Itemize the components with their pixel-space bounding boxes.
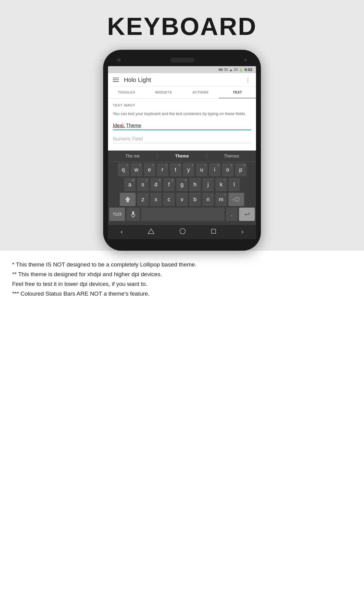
phone-area: ⌨ 3G ▲ 2G 🔋 9:02 Holo Light ⋮ [0, 41, 364, 251]
return-key[interactable] [239, 208, 255, 221]
page-header: KEYBOARD [0, 0, 364, 41]
home-triangle-icon [148, 228, 154, 235]
hamburger-line-3 [113, 81, 119, 82]
key-row-4: ?123 . [109, 208, 255, 221]
phone-bottom-bar [108, 239, 256, 245]
svg-rect-5 [132, 211, 134, 215]
battery-icon: 🔋 [239, 68, 243, 72]
key-g[interactable]: &g [176, 178, 188, 191]
svg-marker-0 [125, 197, 130, 202]
key-n[interactable]: /n [202, 193, 214, 206]
key-s[interactable]: #s [137, 178, 149, 191]
shift-key[interactable] [120, 193, 136, 206]
content-area: TEXT INPUT You can test your keyboard an… [108, 99, 256, 151]
key-row-2: @a #s $d %f &g 'h j +k -l [109, 178, 255, 191]
key-c[interactable]: c [163, 193, 175, 206]
key-row-3: !z x c v b /n ?m [109, 193, 255, 206]
key-q[interactable]: 1q [118, 163, 129, 176]
key-i[interactable]: 8i [209, 163, 221, 176]
more-options-icon[interactable]: ⋮ [245, 76, 251, 83]
footer-line-3: *** Coloured Status Bars ARE NOT a theme… [12, 289, 352, 299]
status-icons: ⌨ 3G ▲ 2G 🔋 9:02 [218, 67, 252, 72]
key-d[interactable]: $d [150, 178, 162, 191]
key-o[interactable]: 9o [222, 163, 234, 176]
signal-strength: 3G [224, 68, 228, 71]
status-time: 9:02 [244, 67, 252, 72]
key-b[interactable]: b [189, 193, 201, 206]
svg-marker-9 [148, 229, 154, 234]
footer-line-1: ** This theme is designed for xhdpi and … [12, 270, 352, 279]
data-indicator: 2G [234, 68, 238, 71]
key-y[interactable]: 6y [183, 163, 194, 176]
key-w[interactable]: 2w [131, 163, 142, 176]
svg-point-10 [180, 229, 185, 234]
backspace-key[interactable] [228, 193, 244, 206]
key-a[interactable]: @a [124, 178, 136, 191]
hamburger-line-1 [113, 78, 119, 78]
period-key[interactable]: . [226, 208, 238, 221]
section-label: TEXT INPUT [113, 103, 251, 107]
footer-line-2: Feel free to test it in lower dpi device… [12, 279, 352, 289]
ideal-text-theme: Theme [126, 123, 141, 128]
num-key[interactable]: ?123 [109, 208, 125, 221]
key-z[interactable]: !z [137, 193, 149, 206]
key-f[interactable]: %f [163, 178, 175, 191]
phone-device: ⌨ 3G ▲ 2G 🔋 9:02 Holo Light ⋮ [103, 50, 261, 251]
nav-recent-icon[interactable] [179, 228, 186, 236]
tab-text[interactable]: TEXT [219, 87, 256, 98]
app-bar: Holo Light ⋮ [108, 73, 256, 87]
key-x[interactable]: x [150, 193, 162, 206]
tab-actions[interactable]: ACTIONS [182, 87, 219, 98]
text-input-value[interactable]: IdeaL Theme [113, 122, 251, 130]
page-title: KEYBOARD [107, 12, 257, 41]
key-rows: 1q 2w 3e 4r 5t 6y 7u 8i 9o 0p @a # [108, 162, 256, 225]
footer-line-0: * This theme IS NOT designed to be a com… [12, 260, 352, 270]
hamburger-menu-icon[interactable] [113, 78, 119, 82]
key-t[interactable]: 5t [170, 163, 181, 176]
key-j[interactable]: j [202, 178, 214, 191]
mic-icon [131, 211, 136, 218]
phone-top-bar [108, 55, 256, 66]
tab-bar: TOGGLES WIDGETS ACTIONS TEXT [108, 87, 256, 99]
key-k[interactable]: +k [215, 178, 227, 191]
backspace-icon [233, 197, 240, 202]
key-u[interactable]: 7u [196, 163, 207, 176]
key-e[interactable]: 3e [144, 163, 155, 176]
status-bar: ⌨ 3G ▲ 2G 🔋 9:02 [108, 66, 256, 73]
footer-area: * This theme IS NOT designed to be a com… [0, 251, 364, 308]
app-bar-title: Holo Light [124, 76, 240, 83]
key-h[interactable]: 'h [189, 178, 201, 191]
phone-speaker [170, 58, 194, 63]
nav-bar: ‹ [108, 225, 256, 239]
ideal-text-idea: Idea [113, 123, 122, 128]
keyboard: The me Theme ··· Themes 1q 2w 3e 4r 5 [108, 151, 256, 239]
svg-marker-8 [245, 213, 246, 216]
signal-bar: ▲ [229, 68, 233, 72]
suggestion-2[interactable]: Themes [207, 154, 256, 158]
key-r[interactable]: 4r [157, 163, 168, 176]
tab-toggles[interactable]: TOGGLES [108, 87, 145, 98]
recent-circle-icon [179, 228, 186, 235]
key-l[interactable]: -l [228, 178, 240, 191]
nav-home-icon[interactable] [148, 228, 154, 236]
tab-widgets[interactable]: WIDGETS [145, 87, 182, 98]
hamburger-line-2 [113, 80, 119, 80]
nav-back-icon[interactable]: ‹ [120, 228, 123, 236]
svg-rect-11 [211, 229, 216, 233]
phone-sensor [244, 59, 247, 62]
key-row-1: 1q 2w 3e 4r 5t 6y 7u 8i 9o 0p [109, 163, 255, 176]
phone-camera [117, 58, 121, 62]
square-icon [211, 229, 216, 234]
mic-key[interactable] [126, 208, 140, 221]
space-key[interactable] [141, 208, 224, 221]
key-p[interactable]: 0p [235, 163, 247, 176]
nav-square-icon[interactable] [211, 229, 216, 236]
svg-marker-2 [233, 198, 234, 201]
nav-forward-icon[interactable]: › [241, 228, 244, 236]
keyboard-suggestions: The me Theme ··· Themes [108, 151, 256, 162]
key-v[interactable]: v [176, 193, 188, 206]
numeric-field[interactable]: Numeric Field [113, 135, 251, 143]
network-indicator: ⌨ [218, 68, 223, 71]
key-m[interactable]: ?m [215, 193, 227, 206]
suggestion-0[interactable]: The me [108, 154, 157, 158]
